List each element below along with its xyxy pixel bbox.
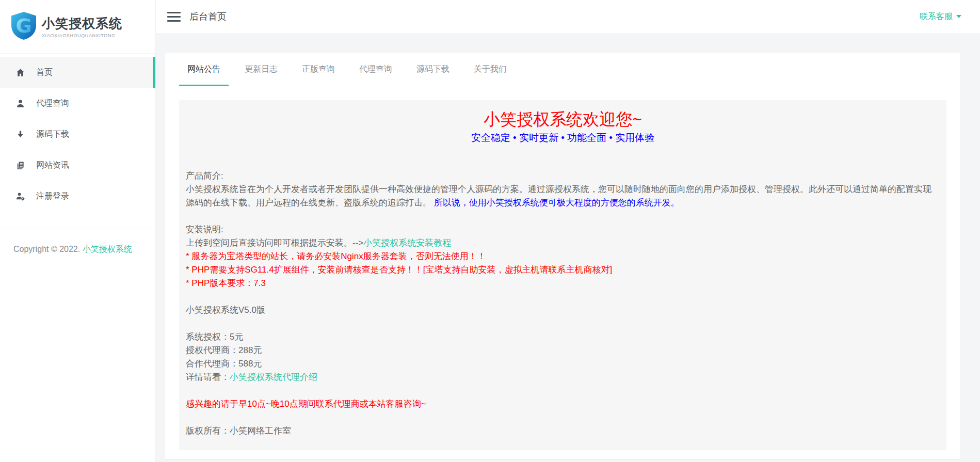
announcement-panel: 小笑授权系统欢迎您~ 安全稳定 • 实时更新 • 功能全面 • 实用体验 产品简… — [179, 100, 946, 450]
topbar: 后台首页 联系客服 — [156, 0, 980, 33]
copyright: Copyright © 2022. 小笑授权系统 — [0, 229, 132, 256]
announcement-text: 产品简介: — [186, 171, 223, 181]
announcement-line: * PHP需要支持SG11.4扩展组件，安装前请核查是否支持！！[宝塔支持自助安… — [186, 263, 940, 277]
announcement-line: 小笑授权系统旨在为个人开发者或者开发团队提供一种高效便捷的管理个人源码的方案。通… — [186, 183, 940, 210]
app-root: G 小笑授权系统 XIAOXIAOSHOUQUANXITONG 首页 代理查询 — [0, 0, 980, 462]
user-gear-icon — [15, 192, 25, 201]
sidebar-item-register-login[interactable]: 注册登录 — [0, 181, 155, 212]
svg-text:G: G — [15, 14, 31, 37]
announcement-line: 感兴趣的请于早10点~晚10点期间联系代理商或本站客服咨询~ — [186, 397, 940, 411]
announcement-line: 系统授权：5元 — [186, 330, 940, 344]
announcement-body: 产品简介:小笑授权系统旨在为个人开发者或者开发团队提供一种高效便捷的管理个人源码… — [186, 169, 940, 438]
announcement-line: 授权代理商：288元 — [186, 344, 940, 357]
announcement-line: 产品简介: — [186, 169, 940, 183]
sidebar-item-label: 源码下载 — [36, 129, 69, 140]
tab-changelog[interactable]: 更新日志 — [236, 53, 286, 86]
announcement-text: * 服务器为宝塔类型的站长，请务必安装Nginx服务器套装，否则无法使用！！ — [186, 251, 486, 261]
tab-site-announcement[interactable]: 网站公告 — [179, 53, 229, 86]
announcement-line: 上传到空间后直接访问即可根据提示安装。-->小笑授权系统安装教程 — [186, 236, 940, 250]
contact-support-dropdown[interactable]: 联系客服 — [920, 11, 961, 22]
tab-about-us[interactable]: 关于我们 — [465, 53, 515, 86]
sidebar-item-label: 网站资讯 — [36, 160, 69, 171]
tab-agent-query[interactable]: 代理查询 — [351, 53, 400, 86]
announcement-link[interactable]: 小笑授权系统代理介绍 — [230, 372, 317, 382]
sidebar-item-source-download[interactable]: 源码下载 — [0, 119, 155, 150]
announcement-text: * PHP版本要求：7.3 — [186, 278, 266, 288]
announcement-line: 详情请看：小笑授权系统代理介绍 — [186, 371, 940, 384]
tab-bar: 网站公告 更新日志 正版查询 代理查询 源码下载 关于我们 — [179, 53, 946, 86]
brand: G 小笑授权系统 XIAOXIAOSHOUQUANXITONG — [0, 0, 155, 54]
user-icon — [15, 99, 25, 108]
copyright-brand-link[interactable]: 小笑授权系统 — [83, 245, 132, 253]
hamburger-menu-icon[interactable] — [166, 10, 182, 24]
tab-source-download[interactable]: 源码下载 — [408, 53, 458, 86]
news-icon — [15, 161, 25, 170]
announcement-link[interactable]: 小笑授权系统安装教程 — [363, 238, 451, 248]
brand-text: 小笑授权系统 XIAOXIAOSHOUQUANXITONG — [42, 15, 122, 38]
announcement-text: 上传到空间后直接访问即可根据提示安装。--> — [186, 238, 363, 248]
announcement-line: 小笑授权系统V5.0版 — [186, 304, 940, 317]
page-title: 后台首页 — [189, 10, 227, 23]
sidebar-item-label: 首页 — [36, 67, 53, 78]
brand-subtitle: XIAOXIAOSHOUQUANXITONG — [42, 33, 122, 38]
announcement-line — [186, 290, 940, 304]
announcement-text: 感兴趣的请于早10点~晚10点期间联系代理商或本站客服咨询~ — [186, 399, 426, 409]
contact-support-label: 联系客服 — [920, 11, 953, 22]
announcement-line — [186, 317, 940, 330]
sidebar-item-agent-query[interactable]: 代理查询 — [0, 88, 155, 119]
announcement-line: * PHP版本要求：7.3 — [186, 277, 940, 290]
announcement-line: * 服务器为宝塔类型的站长，请务必安装Nginx服务器套装，否则无法使用！！ — [186, 250, 940, 263]
announcement-line: 版权所有：小笑网络工作室 — [186, 424, 940, 438]
announcement-line: 合作代理商：588元 — [186, 357, 940, 371]
copyright-text: Copyright © 2022. — [13, 245, 83, 253]
announcement-title: 小笑授权系统欢迎您~ — [186, 109, 940, 129]
announcement-text: 版权所有：小笑网络工作室 — [186, 426, 291, 436]
sidebar: G 小笑授权系统 XIAOXIAOSHOUQUANXITONG 首页 代理查询 — [0, 0, 156, 462]
announcement-text: * PHP需要支持SG11.4扩展组件，安装前请核查是否支持！！[宝塔支持自助安… — [186, 265, 612, 275]
tab-genuine-query[interactable]: 正版查询 — [294, 53, 343, 86]
announcement-text: 小笑授权系统V5.0版 — [186, 305, 265, 315]
sidebar-item-site-news[interactable]: 网站资讯 — [0, 150, 155, 181]
content-area: 网站公告 更新日志 正版查询 代理查询 源码下载 关于我们 小笑授权系统欢迎您~… — [156, 33, 980, 462]
brand-shield-logo-icon: G — [10, 11, 37, 42]
sidebar-item-label: 注册登录 — [36, 191, 69, 202]
sidebar-item-home[interactable]: 首页 — [0, 57, 155, 88]
chevron-down-icon — [956, 15, 961, 18]
announcement-text: 授权代理商：288元 — [186, 345, 262, 355]
announcement-line — [186, 411, 940, 424]
announcement-line — [186, 210, 940, 223]
announcement-text: 所以说，使用小笑授权系统便可极大程度的方便您的系统开发。 — [431, 198, 680, 208]
sidebar-item-label: 代理查询 — [36, 98, 69, 109]
home-icon — [15, 68, 25, 77]
main-column: 后台首页 联系客服 网站公告 更新日志 正版查询 代理查询 源码下载 关于我们 … — [156, 0, 980, 462]
download-icon — [15, 130, 25, 139]
sidebar-menu: 首页 代理查询 源码下载 — [0, 57, 155, 212]
announcement-text: 安装说明: — [186, 225, 223, 234]
announcement-text: 合作代理商：588元 — [186, 359, 262, 369]
announcement-line: 安装说明: — [186, 223, 940, 236]
announcement-line — [186, 384, 940, 397]
announcement-subtitle: 安全稳定 • 实时更新 • 功能全面 • 实用体验 — [186, 131, 940, 145]
announcement-text: 系统授权：5元 — [186, 332, 243, 342]
brand-title: 小笑授权系统 — [42, 15, 122, 31]
announcement-text: 详情请看： — [186, 372, 230, 382]
content-card: 网站公告 更新日志 正版查询 代理查询 源码下载 关于我们 小笑授权系统欢迎您~… — [165, 53, 960, 459]
